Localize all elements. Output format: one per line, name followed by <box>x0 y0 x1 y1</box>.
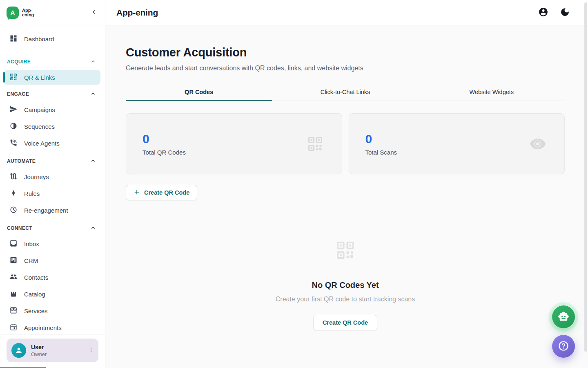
account-circle-icon <box>538 7 548 18</box>
tab-website-widgets[interactable]: Website Widgets <box>419 85 565 101</box>
calendar-icon <box>9 323 18 332</box>
sidebar-item-label: QR & Links <box>24 74 55 81</box>
stat-card-total-scans: 0 Total Scans <box>349 113 565 174</box>
chevron-left-icon <box>90 8 98 17</box>
robot-icon <box>558 311 569 323</box>
page-title: Customer Acquisition <box>126 45 565 60</box>
sidebar-item-label: Contacts <box>24 274 48 281</box>
people-icon <box>9 273 18 282</box>
help-icon <box>558 340 569 353</box>
sidebar-collapse-button[interactable] <box>90 8 98 17</box>
empty-state: No QR Codes Yet Create your first QR cod… <box>126 200 565 330</box>
sidebar-item-label: CRM <box>24 257 38 264</box>
sidebar-item-sequences[interactable]: Sequences <box>0 118 105 135</box>
stat-card-total-qr-codes: 0 Total QR Codes <box>126 113 342 174</box>
inbox-icon <box>9 239 18 249</box>
section-label: AUTOMATE <box>7 158 36 164</box>
logo-text: App- ening <box>22 8 34 17</box>
qr-code-icon <box>335 240 356 263</box>
user-meta: User Owner <box>31 344 47 357</box>
sidebar-item-label: Rules <box>24 190 40 197</box>
section-label: ACQUIRE <box>7 59 31 65</box>
chevron-up-icon <box>90 157 96 165</box>
clock-icon <box>9 206 18 215</box>
sidebar-divider <box>0 51 105 51</box>
sidebar-item-label: Journeys <box>24 173 49 180</box>
section-label: ENGAGE <box>7 91 29 97</box>
app-window: A App- ening Dashboard ACQUIRE <box>0 0 588 368</box>
send-icon <box>9 105 18 114</box>
sidebar-item-appointments[interactable]: Appointments <box>0 319 105 334</box>
chevron-up-icon <box>90 90 96 98</box>
user-card[interactable]: User Owner <box>7 339 98 362</box>
sidebar-item-label: Appointments <box>24 324 62 331</box>
dots-vertical-icon <box>88 347 94 355</box>
help-fab[interactable] <box>552 335 575 358</box>
stat-text: 0 Total Scans <box>365 132 397 156</box>
eye-icon <box>529 135 546 153</box>
assistant-fab[interactable] <box>552 305 575 328</box>
logo-letter: A <box>11 9 15 16</box>
page-subtitle: Generate leads and start conversations w… <box>126 63 565 73</box>
sidebar-item-rules[interactable]: Rules <box>0 185 105 202</box>
chevron-up-icon <box>90 58 96 66</box>
user-role: Owner <box>31 351 47 357</box>
stats-row: 0 Total QR Codes 0 Total Scans <box>126 113 565 174</box>
user-avatar <box>11 343 26 358</box>
chevron-up-icon <box>90 224 96 232</box>
sidebar-item-journeys[interactable]: Journeys <box>0 168 105 185</box>
route-icon <box>9 172 18 182</box>
user-menu-button[interactable] <box>88 347 94 355</box>
main-area: App-ening Customer Acquisition Generate … <box>105 0 588 368</box>
sidebar-item-campaigns[interactable]: Campaigns <box>0 101 105 118</box>
sidebar-item-voice-agents[interactable]: Voice Agents <box>0 135 105 152</box>
sidebar-item-label: Services <box>24 307 48 314</box>
sidebar-item-label: Catalog <box>24 291 45 298</box>
stat-value: 0 <box>365 132 397 146</box>
section-connect[interactable]: CONNECT <box>0 221 105 236</box>
sidebar-item-services[interactable]: Services <box>0 303 105 319</box>
app-logo: A App- ening <box>7 7 34 19</box>
dark-mode-toggle[interactable] <box>560 7 570 18</box>
sidebar-footer: User Owner <box>0 334 105 368</box>
stat-label: Total Scans <box>365 149 397 156</box>
sidebar-item-contacts[interactable]: Contacts <box>0 269 105 286</box>
sidebar-item-dashboard[interactable]: Dashboard <box>0 30 105 47</box>
page-scrollbar[interactable] <box>584 2 587 352</box>
section-acquire[interactable]: ACQUIRE <box>0 54 105 69</box>
storefront-icon <box>9 306 18 316</box>
sidebar-item-re-engagement[interactable]: Re-engagement <box>0 202 105 219</box>
kanban-icon <box>9 256 18 265</box>
dashboard-icon <box>9 34 18 44</box>
sidebar: A App- ening Dashboard ACQUIRE <box>0 0 105 368</box>
empty-create-qr-code-button[interactable]: Create QR Code <box>313 315 377 330</box>
topbar-actions <box>538 7 570 18</box>
tab-click-to-chat-links[interactable]: Click-to-Chat Links <box>272 85 418 101</box>
account-button[interactable] <box>538 7 548 18</box>
sidebar-item-crm[interactable]: CRM <box>0 252 105 269</box>
sidebar-item-inbox[interactable]: Inbox <box>0 236 105 252</box>
topbar: App-ening <box>105 0 588 25</box>
content: Customer Acquisition Generate leads and … <box>105 25 588 368</box>
create-qr-code-button[interactable]: Create QR Code <box>126 185 197 200</box>
sidebar-item-catalog[interactable]: Catalog <box>0 286 105 303</box>
app-title: App-ening <box>116 8 158 18</box>
user-name: User <box>31 344 47 350</box>
shopping-bag-icon <box>9 289 18 299</box>
moon-icon <box>560 7 570 18</box>
empty-state-title: No QR Codes Yet <box>312 280 379 290</box>
section-automate[interactable]: AUTOMATE <box>0 154 105 168</box>
tab-qr-codes[interactable]: QR Codes <box>126 85 272 101</box>
bolt-icon <box>9 189 18 198</box>
sidebar-item-label: Campaigns <box>24 106 55 113</box>
section-label: CONNECT <box>7 225 32 231</box>
section-engage[interactable]: ENGAGE <box>0 87 105 101</box>
phone-in-talk-icon <box>9 139 18 148</box>
sidebar-item-qr-links[interactable]: QR & Links <box>4 70 100 85</box>
stat-text: 0 Total QR Codes <box>143 132 186 156</box>
sidebar-nav: Dashboard ACQUIRE QR & Links ENGAGE Camp… <box>0 25 105 334</box>
sidebar-item-label: Re-engagement <box>24 207 68 214</box>
sidebar-header: A App- ening <box>0 0 105 25</box>
stat-value: 0 <box>143 132 186 146</box>
sidebar-item-label: Sequences <box>24 123 55 130</box>
